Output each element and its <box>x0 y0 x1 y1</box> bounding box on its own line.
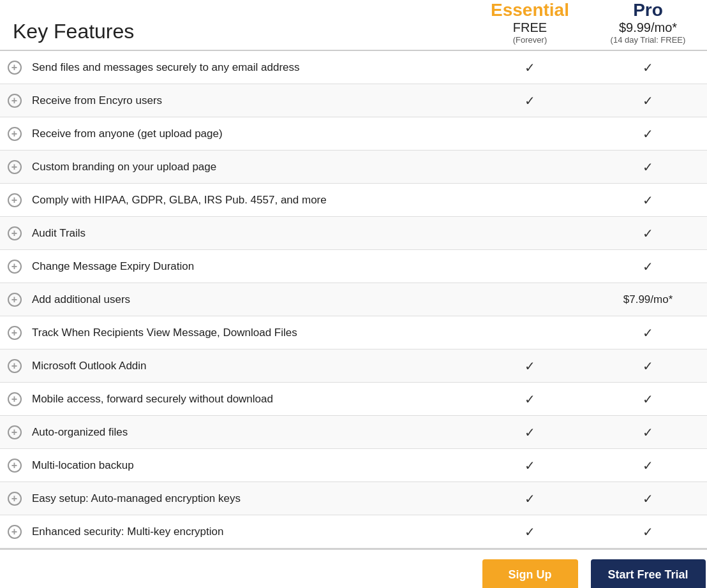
main-container: Key Features Essential FREE (Forever) Pr… <box>0 0 707 588</box>
pro-plan-name: Pro <box>589 0 707 20</box>
plus-icon[interactable]: + <box>8 260 22 274</box>
feature-pro-value: ✓ <box>589 524 707 540</box>
feature-label: Receive from Encyro users <box>29 88 471 114</box>
check-icon: ✓ <box>643 160 653 174</box>
feature-label: Enhanced security: Multi-key encryption <box>29 519 471 545</box>
footer-essential-col: Sign Up <box>471 559 589 588</box>
feature-icon-col: + <box>0 94 29 108</box>
table-row: +Microsoft Outlook Addin✓✓ <box>0 349 707 383</box>
signup-button[interactable]: Sign Up <box>482 559 578 588</box>
table-row: +Change Message Expiry Duration✓ <box>0 250 707 283</box>
feature-pro-value: ✓ <box>589 159 707 175</box>
feature-label: Audit Trails <box>29 221 471 246</box>
features-table: +Send files and messages securely to any… <box>0 51 707 548</box>
feature-pro-value: ✓ <box>589 392 707 407</box>
plus-icon[interactable]: + <box>8 392 22 406</box>
table-row: +Mobile access, forward securely without… <box>0 383 707 416</box>
plus-icon[interactable]: + <box>8 293 22 307</box>
check-icon: ✓ <box>525 525 535 539</box>
check-icon: ✓ <box>643 260 653 274</box>
essential-plan-name: Essential <box>471 0 589 20</box>
table-row: +Auto-organized files✓✓ <box>0 416 707 449</box>
check-icon: ✓ <box>643 326 653 340</box>
footer-row: Sign Up Start Free Trial <box>0 548 707 588</box>
feature-essential-value: ✓ <box>471 93 589 108</box>
plus-icon[interactable]: + <box>8 61 22 75</box>
check-icon: ✓ <box>525 492 535 506</box>
feature-essential-value: ✓ <box>471 524 589 540</box>
feature-label: Send files and messages securely to any … <box>29 55 471 80</box>
check-icon: ✓ <box>643 492 653 506</box>
feature-icon-col: + <box>0 260 29 274</box>
feature-icon-col: + <box>0 525 29 539</box>
feature-icon-col: + <box>0 392 29 406</box>
pro-feature-price: $7.99/mo* <box>623 293 673 305</box>
plus-icon[interactable]: + <box>8 525 22 539</box>
feature-label: Custom branding on your upload page <box>29 154 471 180</box>
trial-button[interactable]: Start Free Trial <box>591 559 706 588</box>
feature-icon-col: + <box>0 359 29 373</box>
check-icon: ✓ <box>643 127 653 141</box>
check-icon: ✓ <box>643 359 653 373</box>
pro-price: $9.99/mo* <box>589 20 707 35</box>
pro-header-col: Pro $9.99/mo* (14 day Trial: FREE) <box>589 0 707 50</box>
table-row: +Multi-location backup✓✓ <box>0 449 707 482</box>
check-icon: ✓ <box>643 193 653 207</box>
feature-pro-value: ✓ <box>589 60 707 75</box>
feature-pro-value: ✓ <box>589 491 707 506</box>
feature-label: Track When Recipients View Message, Down… <box>29 320 471 346</box>
table-row: +Receive from anyone (get upload page)✓ <box>0 117 707 151</box>
plus-icon[interactable]: + <box>8 459 22 473</box>
feature-icon-col: + <box>0 193 29 207</box>
pro-sub: (14 day Trial: FREE) <box>589 35 707 45</box>
feature-label: Auto-organized files <box>29 420 471 445</box>
check-icon: ✓ <box>643 61 653 75</box>
plus-icon[interactable]: + <box>8 193 22 207</box>
check-icon: ✓ <box>643 94 653 108</box>
feature-icon-col: + <box>0 425 29 439</box>
feature-label: Comply with HIPAA, GDPR, GLBA, IRS Pub. … <box>29 187 471 213</box>
header-row: Key Features Essential FREE (Forever) Pr… <box>0 0 707 51</box>
feature-icon-col: + <box>0 492 29 506</box>
plus-icon[interactable]: + <box>8 425 22 439</box>
feature-essential-value: ✓ <box>471 392 589 407</box>
table-row: +Send files and messages securely to any… <box>0 51 707 84</box>
feature-label: Easy setup: Auto-managed encryption keys <box>29 486 471 511</box>
table-row: +Custom branding on your upload page✓ <box>0 151 707 184</box>
feature-label: Multi-location backup <box>29 453 471 478</box>
feature-pro-value: ✓ <box>589 425 707 440</box>
check-icon: ✓ <box>525 425 535 439</box>
feature-icon-col: + <box>0 326 29 340</box>
plus-icon[interactable]: + <box>8 160 22 174</box>
feature-label: Add additional users <box>29 287 471 312</box>
table-row: +Comply with HIPAA, GDPR, GLBA, IRS Pub.… <box>0 184 707 217</box>
feature-pro-value: ✓ <box>589 325 707 341</box>
check-icon: ✓ <box>525 61 535 75</box>
table-row: +Audit Trails✓ <box>0 217 707 250</box>
feature-icon-col: + <box>0 459 29 473</box>
feature-label: Microsoft Outlook Addin <box>29 353 471 379</box>
plus-icon[interactable]: + <box>8 94 22 108</box>
essential-header-col: Essential FREE (Forever) <box>471 0 589 50</box>
plus-icon[interactable]: + <box>8 127 22 141</box>
plus-icon[interactable]: + <box>8 492 22 506</box>
plus-icon[interactable]: + <box>8 359 22 373</box>
feature-pro-value: $7.99/mo* <box>589 293 707 306</box>
plus-icon[interactable]: + <box>8 326 22 340</box>
table-row: +Add additional users$7.99/mo* <box>0 283 707 316</box>
feature-label: Mobile access, forward securely without … <box>29 386 471 412</box>
plus-icon[interactable]: + <box>8 226 22 240</box>
header-title-col: Key Features <box>0 13 471 50</box>
table-row: +Receive from Encyro users✓✓ <box>0 84 707 117</box>
feature-pro-value: ✓ <box>589 259 707 274</box>
feature-pro-value: ✓ <box>589 126 707 142</box>
feature-pro-value: ✓ <box>589 226 707 241</box>
feature-essential-value: ✓ <box>471 60 589 75</box>
check-icon: ✓ <box>525 94 535 108</box>
page-title: Key Features <box>13 20 134 43</box>
feature-icon-col: + <box>0 160 29 174</box>
feature-icon-col: + <box>0 226 29 240</box>
check-icon: ✓ <box>525 392 535 406</box>
check-icon: ✓ <box>643 392 653 406</box>
feature-label: Receive from anyone (get upload page) <box>29 121 471 147</box>
